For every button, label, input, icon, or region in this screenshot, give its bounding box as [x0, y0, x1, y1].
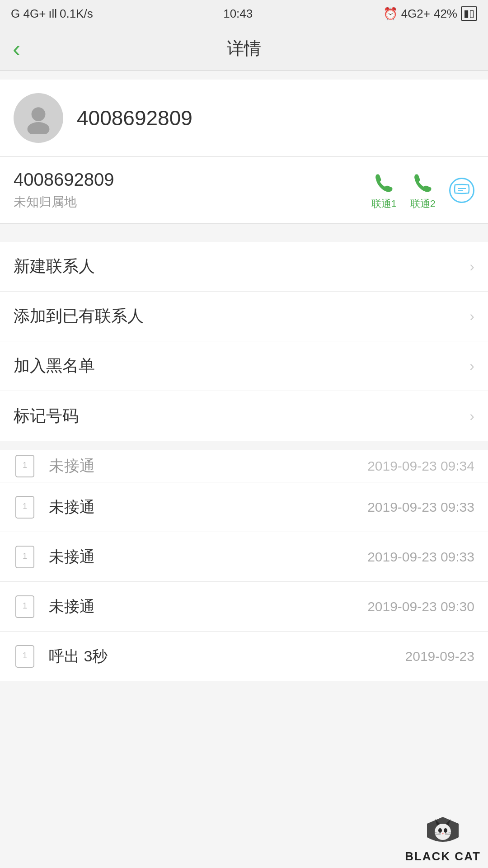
call1-label: 联通1	[371, 197, 397, 211]
missed-call-icon-1: 1	[14, 543, 36, 571]
svg-point-1	[28, 122, 50, 134]
phone1-svg	[372, 171, 396, 194]
outgoing-call-icon-3: 1	[14, 643, 36, 670]
signal-icon: ıll	[48, 7, 57, 21]
speed-text: 0.1K/s	[60, 7, 93, 21]
history-item-1[interactable]: 1 未接通 2019-09-23 09:33	[0, 532, 488, 582]
menu-section: 新建联系人 › 添加到已有联系人 › 加入黑名单 › 标记号码 ›	[0, 242, 488, 441]
svg-text:1: 1	[23, 601, 27, 610]
cat-icon	[420, 813, 465, 849]
blacklist-label: 加入黑名单	[14, 355, 95, 377]
avatar	[14, 93, 63, 143]
call-record-svg-1: 1	[15, 545, 35, 569]
call1-icon	[371, 170, 397, 195]
partial-status-text: 未接通	[49, 456, 355, 476]
carrier-text: G 4G+	[11, 7, 46, 21]
svg-point-0	[32, 107, 46, 121]
contact-card: 4008692809	[0, 80, 488, 157]
call-history-section: 1 未接通 2019-09-23 09:34 1 未接通 2019-09-23 …	[0, 450, 488, 681]
partial-missed-icon: 1	[15, 454, 35, 478]
call1-button[interactable]: 联通1	[371, 170, 397, 211]
spacer1	[0, 224, 488, 233]
call-status-2: 未接通	[49, 596, 355, 617]
new-contact-label: 新建联系人	[14, 255, 95, 278]
call2-button[interactable]: 联通2	[410, 170, 436, 211]
call-status-0: 未接通	[49, 497, 355, 518]
status-right: ⏰ 4G2+ 42% ▮▯	[383, 6, 477, 21]
battery-icon: ▮▯	[461, 6, 477, 21]
chevron-icon-3: ›	[469, 408, 474, 425]
call-time-2: 2019-09-23 09:30	[367, 599, 474, 614]
svg-text:1: 1	[23, 651, 27, 660]
contact-number: 4008692809	[77, 106, 192, 130]
watermark: BLACK CAT	[398, 809, 488, 868]
phone-info: 4008692809 未知归属地	[14, 170, 114, 211]
status-time: 10:43	[223, 7, 253, 21]
svg-text:1: 1	[23, 552, 27, 561]
cat-svg	[422, 815, 463, 849]
phone-actions-row: 4008692809 未知归属地 联通1 联通2	[0, 157, 488, 224]
message-button[interactable]	[449, 178, 474, 203]
blacklist-item[interactable]: 加入黑名单 ›	[0, 341, 488, 391]
call-time-3: 2019-09-23	[405, 649, 474, 664]
chevron-icon-2: ›	[469, 358, 474, 374]
phone-location: 未知归属地	[14, 193, 114, 211]
chevron-icon-1: ›	[469, 308, 474, 325]
message-icon	[449, 178, 474, 203]
call-record-svg-0: 1	[15, 495, 35, 519]
mark-number-label: 标记号码	[14, 405, 79, 427]
call-status-1: 未接通	[49, 547, 355, 567]
call-record-svg-2: 1	[15, 595, 35, 618]
status-left: G 4G+ ıll 0.1K/s	[11, 7, 93, 21]
network2-text: 4G2+	[401, 7, 430, 21]
partial-call-icon: 1	[14, 453, 36, 480]
add-existing-contact-item[interactable]: 添加到已有联系人 ›	[0, 292, 488, 341]
new-contact-item[interactable]: 新建联系人 ›	[0, 242, 488, 292]
history-item-2[interactable]: 1 未接通 2019-09-23 09:30	[0, 582, 488, 632]
svg-text:1: 1	[23, 461, 27, 470]
phone2-svg	[411, 171, 435, 194]
message-svg	[453, 183, 470, 198]
history-item-0[interactable]: 1 未接通 2019-09-23 09:33	[0, 482, 488, 532]
call-time-0: 2019-09-23 09:33	[367, 500, 474, 515]
action-buttons: 联通1 联通2	[371, 170, 475, 211]
battery-text: 42%	[434, 7, 457, 21]
svg-text:1: 1	[23, 502, 27, 511]
phone-number-large: 4008692809	[14, 170, 114, 190]
history-item-3[interactable]: 1 呼出 3秒 2019-09-23	[0, 632, 488, 681]
black-cat-label: BLACK CAT	[405, 849, 481, 863]
history-partial-item: 1 未接通 2019-09-23 09:34	[0, 450, 488, 482]
alarm-icon: ⏰	[383, 7, 398, 21]
missed-call-icon-2: 1	[14, 593, 36, 620]
call2-label: 联通2	[410, 197, 436, 211]
avatar-icon	[23, 102, 54, 134]
call2-icon	[410, 170, 436, 195]
back-button[interactable]: ‹	[13, 35, 20, 62]
status-bar: G 4G+ ıll 0.1K/s 10:43 ⏰ 4G2+ 42% ▮▯	[0, 0, 488, 27]
add-existing-label: 添加到已有联系人	[14, 305, 144, 327]
mark-number-item[interactable]: 标记号码 ›	[0, 391, 488, 441]
call-time-1: 2019-09-23 09:33	[367, 549, 474, 565]
svg-point-14	[435, 824, 451, 840]
partial-time-text: 2019-09-23 09:34	[367, 458, 474, 474]
chevron-icon-0: ›	[469, 258, 474, 275]
svg-point-18	[444, 828, 447, 833]
page-title: 详情	[227, 37, 261, 60]
missed-call-icon-0: 1	[14, 494, 36, 521]
call-status-3: 呼出 3秒	[49, 646, 393, 667]
svg-point-17	[438, 828, 442, 833]
call-record-svg-3: 1	[15, 645, 35, 668]
header: ‹ 详情	[0, 27, 488, 71]
